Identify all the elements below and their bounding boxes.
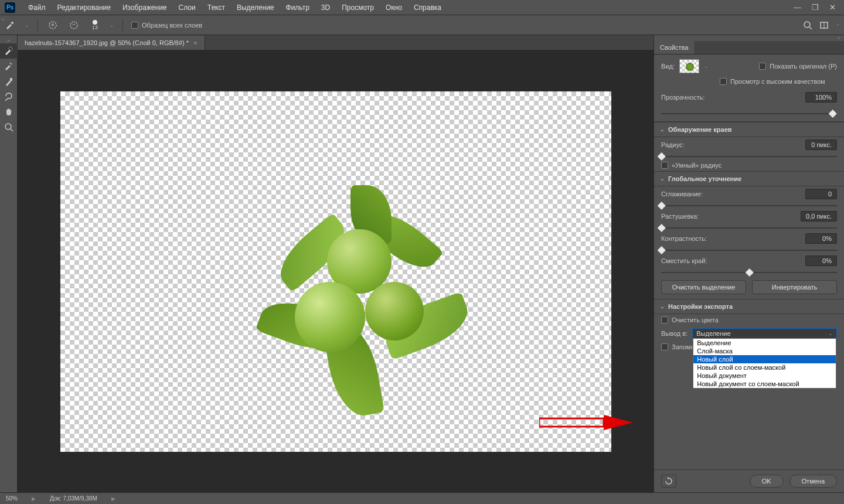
- contrast-label: Контрастность:: [661, 235, 707, 242]
- radius-label: Радиус:: [661, 141, 685, 148]
- show-original-checkbox[interactable]: Показать оригинал (P): [759, 63, 837, 70]
- output-option[interactable]: Выделение: [693, 339, 836, 347]
- menu-help[interactable]: Справка: [408, 4, 447, 12]
- output-to-select[interactable]: Выделение ⌄ Выделение Слой-маска Новый с…: [692, 328, 837, 339]
- canvas[interactable]: [60, 91, 611, 452]
- chevron-down-icon[interactable]: ⌄: [25, 22, 29, 28]
- output-option[interactable]: Новый слой со слоем-маской: [693, 363, 836, 372]
- invert-button[interactable]: Инвертировать: [752, 280, 837, 294]
- menu-edit[interactable]: Редактирование: [52, 4, 117, 12]
- cancel-button[interactable]: Отмена: [789, 475, 837, 488]
- edge-detection-title: Обнаружение краев: [668, 126, 732, 133]
- output-option[interactable]: Новый документ: [693, 372, 836, 380]
- svg-line-6: [809, 27, 812, 29]
- edge-detection-section[interactable]: ⌄Обнаружение краев: [654, 122, 844, 137]
- brush-size-picker[interactable]: 13: [89, 19, 101, 32]
- output-option[interactable]: Новый документ со слоем-маской: [693, 380, 836, 388]
- document-tab-title: hazelnuts-1574367_1920.jpg @ 50% (Слой 0…: [25, 39, 189, 46]
- maximize-icon[interactable]: ❐: [812, 3, 819, 12]
- chevron-right-icon[interactable]: ▶: [111, 496, 115, 502]
- contrast-value[interactable]: 0%: [805, 233, 837, 244]
- opacity-value[interactable]: 100%: [805, 92, 837, 103]
- chevron-down-icon[interactable]: ⌄: [704, 63, 709, 69]
- opacity-label: Прозрачность:: [661, 94, 705, 101]
- shift-edge-value[interactable]: 0%: [805, 256, 837, 266]
- expand-panel-icon[interactable]: «: [654, 35, 844, 41]
- menu-filter[interactable]: Фильтр: [280, 4, 315, 12]
- subtract-from-selection-icon[interactable]: −: [67, 19, 80, 32]
- clear-selection-button[interactable]: Очистить выделение: [661, 280, 746, 294]
- chevron-down-icon[interactable]: ⌄: [110, 22, 114, 28]
- remember-label: Запомн: [672, 343, 694, 350]
- global-refine-section[interactable]: ⌄Глобальное уточнение: [654, 171, 844, 186]
- smart-radius-checkbox[interactable]: «Умный» радиус: [661, 162, 722, 169]
- opacity-slider[interactable]: [661, 111, 837, 117]
- decontaminate-colors-checkbox[interactable]: Очистить цвета: [661, 316, 719, 323]
- window-controls: ― ❐ ✕: [794, 3, 839, 12]
- zoom-tool[interactable]: [0, 120, 18, 135]
- tool-preset-icon[interactable]: [4, 19, 16, 32]
- radius-slider[interactable]: [661, 154, 837, 159]
- smooth-value[interactable]: 0: [805, 189, 837, 199]
- chevron-right-icon[interactable]: ▶: [32, 496, 36, 502]
- output-option[interactable]: Новый слой: [693, 355, 836, 363]
- lasso-tool[interactable]: [0, 89, 18, 104]
- properties-panel: « Свойства Вид: ⌄ Показать оригинал (P) …: [654, 35, 844, 492]
- close-tab-icon[interactable]: ×: [193, 39, 197, 46]
- feather-label: Растушевка:: [661, 213, 699, 220]
- output-settings-section[interactable]: ⌄Настройки экспорта: [654, 299, 844, 314]
- menu-3d[interactable]: 3D: [315, 4, 336, 12]
- decontaminate-label: Очистить цвета: [672, 316, 719, 323]
- high-quality-preview-checkbox[interactable]: Просмотр с высоким качеством: [720, 78, 837, 85]
- menu-image[interactable]: Изображение: [117, 4, 173, 12]
- expand-toolbar-icon[interactable]: »: [1, 16, 4, 22]
- view-label: Вид:: [661, 63, 675, 70]
- smooth-label: Сглаживание:: [661, 190, 703, 197]
- menu-layers[interactable]: Слои: [173, 4, 202, 12]
- svg-text:+: +: [51, 22, 55, 28]
- menu-window[interactable]: Окно: [380, 4, 408, 12]
- hand-tool[interactable]: [0, 104, 18, 120]
- contrast-slider[interactable]: [661, 247, 837, 253]
- minimize-icon[interactable]: ―: [794, 3, 801, 12]
- shift-edge-label: Сместить край:: [661, 257, 707, 264]
- output-option[interactable]: Слой-маска: [693, 347, 836, 355]
- smart-radius-label: «Умный» радиус: [672, 162, 722, 169]
- search-icon[interactable]: [803, 21, 812, 31]
- quick-selection-tool[interactable]: [0, 43, 18, 59]
- document-tab[interactable]: hazelnuts-1574367_1920.jpg @ 50% (Слой 0…: [18, 36, 205, 50]
- reset-button[interactable]: [661, 475, 676, 488]
- output-to-selected-value: Выделение: [696, 330, 730, 337]
- menu-select[interactable]: Выделение: [231, 4, 280, 12]
- menu-view[interactable]: Просмотр: [336, 4, 380, 12]
- view-thumbnail[interactable]: [679, 59, 699, 73]
- menu-file[interactable]: Файл: [22, 4, 52, 12]
- properties-tab[interactable]: Свойства: [654, 41, 694, 54]
- workspace-switcher-icon[interactable]: [819, 21, 829, 31]
- toolbox: »: [0, 35, 18, 492]
- smooth-slider[interactable]: [661, 203, 837, 209]
- feather-value[interactable]: 0,0 пикс.: [801, 211, 837, 222]
- add-to-selection-icon[interactable]: +: [46, 19, 59, 32]
- divider: [38, 19, 38, 32]
- sample-all-layers-checkbox[interactable]: Образец всех слоев: [131, 22, 202, 29]
- close-icon[interactable]: ✕: [829, 3, 836, 12]
- refine-edge-brush-tool[interactable]: [0, 59, 18, 74]
- svg-point-9: [9, 47, 12, 50]
- radius-value[interactable]: 0 пикс.: [805, 139, 837, 150]
- svg-point-11: [5, 124, 11, 130]
- ok-button[interactable]: OK: [750, 475, 784, 488]
- chevron-down-icon[interactable]: ⌄: [836, 21, 840, 31]
- svg-point-5: [804, 22, 810, 28]
- remember-settings-checkbox[interactable]: Запомн: [661, 343, 694, 350]
- chevron-down-icon: ⌄: [660, 304, 665, 309]
- shift-edge-slider[interactable]: [661, 270, 837, 275]
- canvas-viewport[interactable]: [18, 50, 654, 492]
- feather-slider[interactable]: [661, 225, 837, 231]
- svg-line-12: [11, 129, 13, 131]
- zoom-level[interactable]: 50%: [6, 495, 18, 502]
- brush-tool[interactable]: [0, 74, 18, 89]
- expand-toolbox-icon[interactable]: »: [0, 38, 17, 43]
- menu-text[interactable]: Текст: [202, 4, 231, 12]
- svg-rect-10: [10, 78, 12, 81]
